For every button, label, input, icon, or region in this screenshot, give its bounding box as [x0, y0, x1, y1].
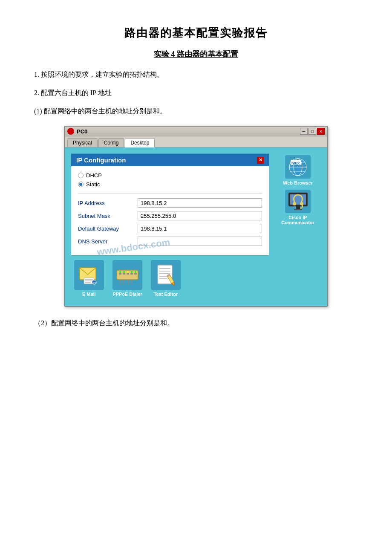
paragraph-4: （2）配置网络中的两台主机的地址分别是和。 — [34, 317, 358, 330]
text-editor-label: Text Editor — [154, 292, 178, 297]
ip-address-input[interactable] — [138, 198, 262, 208]
bottom-icons-row: @ E Mail — [71, 256, 269, 300]
cisco-ip-img — [285, 190, 311, 213]
web-browser-icon[interactable]: http: Web Browser — [274, 155, 321, 185]
svg-rect-43 — [294, 209, 302, 210]
svg-rect-10 — [127, 273, 129, 275]
text-editor-icon[interactable]: Text Editor — [151, 260, 181, 297]
svg-rect-8 — [119, 273, 121, 275]
svg-point-15 — [127, 271, 129, 273]
svg-rect-11 — [130, 273, 133, 275]
ip-config-body: DHCP Static IP Address Subnet Mask — [71, 166, 269, 255]
ip-config-close-button[interactable]: ✕ — [257, 157, 264, 164]
pppoe-label: PPPoE Dialer — [112, 292, 142, 297]
subnet-mask-row: Subnet Mask — [78, 211, 262, 220]
svg-rect-42 — [296, 206, 300, 209]
dns-input[interactable] — [138, 237, 262, 246]
left-panel: IP Configuration ✕ DHCP Static — [71, 153, 269, 300]
static-option[interactable]: Static — [78, 181, 262, 188]
window-title-left: PC0 — [67, 128, 87, 135]
pc0-window: PC0 ─ □ ✕ Physical Config Desktop IP Con… — [64, 126, 328, 307]
subnet-mask-input[interactable] — [138, 211, 262, 220]
dhcp-option[interactable]: DHCP — [78, 172, 262, 179]
dns-row: DNS Server — [78, 237, 262, 246]
cisco-icon — [67, 128, 74, 135]
main-title: 路由器的基本配置实验报告 — [34, 26, 358, 40]
close-button[interactable]: ✕ — [317, 128, 325, 135]
svg-rect-9 — [123, 273, 125, 275]
window-tabs: Physical Config Desktop — [65, 136, 327, 147]
tab-config[interactable]: Config — [98, 138, 124, 147]
paragraph-1: 1. 按照环境的要求，建立实验的拓扑结构。 — [34, 69, 358, 81]
ip-config-header: IP Configuration ✕ — [71, 154, 269, 166]
maximize-button[interactable]: □ — [308, 128, 316, 135]
svg-rect-39 — [290, 194, 306, 205]
web-browser-img: http: — [285, 155, 311, 179]
dhcp-label: DHCP — [86, 172, 102, 179]
pppoe-icon[interactable]: PPPoE Dialer — [112, 260, 142, 297]
dns-label: DNS Server — [78, 238, 138, 245]
text-editor-icon-img — [151, 260, 181, 290]
radio-group: DHCP Static — [78, 172, 262, 188]
right-panel: http: Web Browser — [274, 153, 321, 300]
subnet-mask-label: Subnet Mask — [78, 213, 138, 219]
gateway-row: Default Gateway — [78, 224, 262, 233]
paragraph-3: (1) 配置网络中的两台主机的地址分别是和。 — [34, 105, 358, 118]
web-browser-svg: http: — [286, 156, 310, 178]
pppoe-svg — [115, 263, 140, 287]
email-icon[interactable]: @ E Mail — [74, 260, 104, 297]
email-svg: @ — [78, 264, 100, 286]
window-titlebar: PC0 ─ □ ✕ — [65, 127, 327, 136]
cisco-ip-label: Cisco IP Communicator — [274, 215, 321, 225]
window-content: IP Configuration ✕ DHCP Static — [65, 147, 327, 306]
email-icon-img: @ — [74, 260, 104, 290]
divider — [78, 194, 262, 194]
sub-title: 实验 4 路由器的基本配置 — [34, 49, 358, 59]
web-browser-label: Web Browser — [283, 180, 313, 185]
svg-text:@: @ — [93, 281, 96, 285]
pppoe-icon-img — [112, 260, 142, 290]
svg-point-13 — [119, 271, 121, 273]
window-controls: ─ □ ✕ — [300, 128, 325, 135]
gateway-label: Default Gateway — [78, 225, 138, 232]
static-radio[interactable] — [78, 182, 84, 187]
svg-text:http:: http: — [291, 161, 300, 165]
svg-point-40 — [293, 202, 296, 205]
cisco-ip-icon[interactable]: Cisco IP Communicator — [274, 190, 321, 225]
svg-point-16 — [131, 271, 133, 273]
paragraph-2: 2. 配置六台主机的 IP 地址 — [34, 87, 358, 99]
ip-config-title: IP Configuration — [76, 156, 126, 164]
minimize-button[interactable]: ─ — [300, 128, 308, 135]
dhcp-radio[interactable] — [78, 173, 84, 178]
ip-address-row: IP Address — [78, 198, 262, 208]
static-label: Static — [86, 181, 100, 188]
svg-point-17 — [135, 271, 136, 273]
window-title-text: PC0 — [77, 128, 87, 135]
editor-svg — [153, 263, 178, 287]
svg-rect-12 — [134, 273, 137, 275]
svg-point-14 — [123, 271, 125, 273]
ip-address-label: IP Address — [78, 200, 138, 206]
ip-config-dialog: IP Configuration ✕ DHCP Static — [71, 153, 269, 256]
tab-physical[interactable]: Physical — [67, 138, 98, 147]
tab-desktop[interactable]: Desktop — [125, 138, 155, 147]
email-label: E Mail — [82, 292, 96, 297]
cisco-svg — [286, 191, 310, 212]
gateway-input[interactable] — [138, 224, 262, 233]
